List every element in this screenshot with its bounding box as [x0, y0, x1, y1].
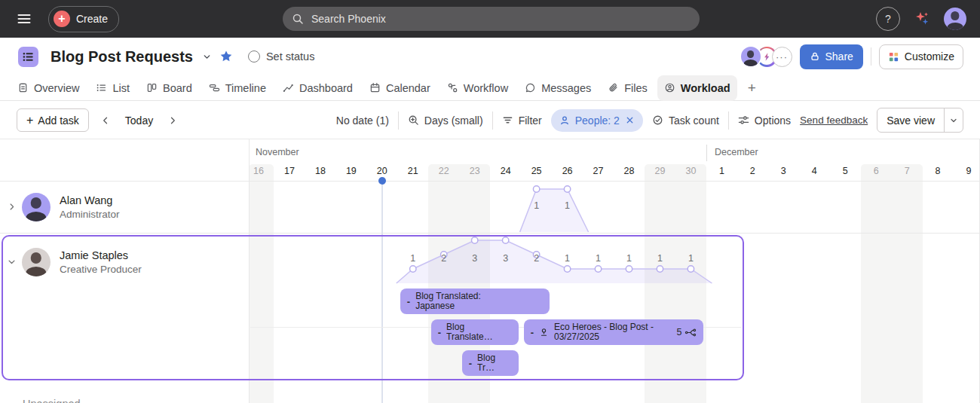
tab-workload[interactable]: Workload — [657, 75, 737, 101]
day-label: 6 — [874, 166, 879, 176]
set-status-button[interactable]: Set status — [248, 50, 314, 63]
tab-label: Calendar — [386, 82, 430, 94]
share-label: Share — [825, 50, 853, 63]
today-button[interactable]: Today — [122, 114, 156, 127]
day-label: 19 — [346, 166, 357, 176]
tab-calendar[interactable]: Calendar — [363, 75, 437, 101]
favorite-star-icon[interactable] — [219, 50, 233, 63]
workload-value-label: 2 — [441, 253, 446, 264]
task-bar[interactable]: -Eco Heroes - Blog Post - 03/27/20255 — [524, 319, 704, 345]
day-label: 29 — [655, 166, 666, 176]
divider — [871, 47, 871, 66]
tab-label: Overview — [34, 82, 79, 94]
workload-value-label: 1 — [565, 253, 570, 264]
remove-filter-x-icon[interactable] — [625, 115, 635, 125]
filter-button[interactable]: Filter — [502, 114, 542, 127]
person-row-jamie-staples[interactable]: Jamie Staples Creative Producer — [0, 240, 249, 283]
expand-chevron-right-icon[interactable] — [6, 201, 17, 212]
day-label: 20 — [377, 166, 387, 176]
day-label: 27 — [593, 166, 604, 176]
lock-icon — [810, 51, 820, 62]
hamburger-menu-icon[interactable] — [17, 11, 32, 26]
task-count-button[interactable]: Task count — [652, 114, 719, 127]
collapse-chevron-down-icon[interactable] — [6, 256, 17, 267]
list-icon — [96, 82, 107, 93]
prev-period-button[interactable] — [98, 113, 113, 128]
tab-dashboard[interactable]: Dashboard — [276, 75, 360, 101]
tab-files[interactable]: Files — [601, 75, 654, 101]
status-circle-icon — [248, 50, 260, 63]
search-icon — [292, 13, 304, 25]
customize-button[interactable]: Customize — [879, 44, 963, 69]
add-tab-button[interactable]: + — [740, 80, 764, 96]
avatar-jamie-staples[interactable] — [22, 248, 51, 276]
no-date-button[interactable]: No date (1) — [336, 114, 389, 127]
ai-sparkles-icon[interactable] — [914, 11, 930, 27]
share-button[interactable]: Share — [800, 44, 863, 69]
save-view-chevron-down-icon[interactable] — [944, 108, 963, 132]
send-feedback-link[interactable]: Send feedback — [800, 114, 868, 126]
dependency-icon — [684, 328, 697, 337]
options-button[interactable]: Options — [738, 114, 791, 127]
tab-label: Timeline — [225, 82, 266, 94]
member-avatars: ··· — [740, 45, 792, 68]
tab-workflow[interactable]: Workflow — [440, 75, 515, 101]
workload-value-label: 1 — [657, 253, 663, 264]
help-button[interactable]: ? — [876, 7, 900, 31]
project-list-icon[interactable] — [18, 47, 38, 67]
add-task-button[interactable]: + Add task — [17, 108, 89, 132]
no-date-label: No date (1) — [336, 114, 389, 127]
person-role: Administrator — [60, 209, 120, 220]
member-avatar[interactable] — [740, 45, 762, 68]
workload-value-label: 1 — [626, 253, 632, 264]
task-status-dash: - — [531, 328, 534, 337]
tab-messages[interactable]: Messages — [518, 75, 598, 101]
next-period-button[interactable] — [165, 113, 180, 128]
tab-overview[interactable]: Overview — [11, 75, 86, 101]
day-label: 23 — [470, 166, 480, 176]
person-role: Creative Producer — [60, 264, 142, 275]
task-bar[interactable]: -Blog Tr… — [462, 350, 519, 376]
tab-list[interactable]: List — [89, 75, 136, 101]
avatar-alan-wang[interactable] — [22, 193, 51, 221]
workload-value-label: 3 — [472, 253, 477, 264]
person-row-alan-wang[interactable]: Alan Wang Administrator — [0, 181, 249, 233]
day-label: 8 — [936, 166, 941, 176]
user-avatar[interactable] — [944, 8, 966, 30]
workload-icon — [664, 82, 675, 93]
day-label: 21 — [408, 166, 418, 176]
customize-grid-icon — [888, 51, 899, 63]
create-button[interactable]: + Create — [48, 6, 119, 32]
day-label: 17 — [284, 166, 295, 176]
day-label: 3 — [781, 166, 786, 176]
task-status-dash: - — [407, 297, 410, 307]
task-title: Blog Translated: Japanese — [415, 292, 504, 311]
search-input[interactable] — [310, 12, 691, 26]
search-bar[interactable] — [283, 7, 700, 31]
day-label: 7 — [905, 166, 910, 176]
task-bar[interactable]: -Blog Translate… — [431, 319, 519, 345]
save-view-button[interactable]: Save view — [877, 108, 944, 132]
filter-icon — [502, 114, 513, 126]
tab-board[interactable]: Board — [139, 75, 199, 101]
title-chevron-down-icon[interactable] — [202, 52, 212, 62]
more-members-button[interactable]: ··· — [772, 47, 792, 67]
divider — [492, 111, 493, 130]
day-label: 5 — [843, 166, 848, 176]
people-filter-chip[interactable]: People: 2 — [551, 109, 643, 132]
day-label: 30 — [685, 166, 696, 176]
tab-label: Workflow — [464, 82, 508, 94]
calendar-icon — [369, 82, 381, 93]
tab-timeline[interactable]: Timeline — [202, 75, 273, 101]
workload-point — [564, 266, 570, 272]
workload-value-label: 1 — [596, 253, 601, 264]
plus-icon: + — [54, 11, 70, 27]
create-label: Create — [76, 13, 108, 25]
task-bar[interactable]: -Blog Translated: Japanese — [400, 289, 550, 314]
workload-point — [595, 266, 601, 272]
workload-point — [688, 266, 694, 272]
zoom-level-button[interactable]: Days (small) — [408, 114, 483, 127]
day-label: 22 — [439, 166, 449, 176]
next-row-partial-label: Unassigned — [23, 398, 81, 403]
workload-area-chart: 11 — [249, 181, 980, 234]
